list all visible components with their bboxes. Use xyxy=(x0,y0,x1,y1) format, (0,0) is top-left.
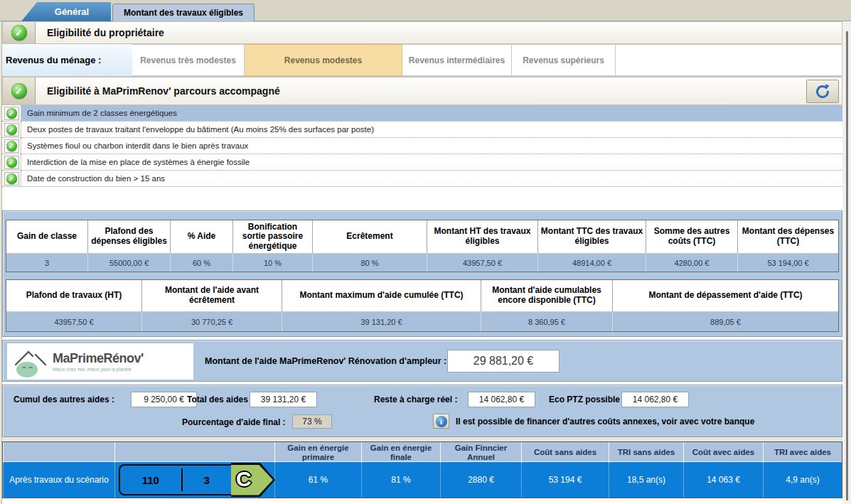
cell-bonification: 10 % xyxy=(232,254,312,272)
cell-cout-sans-aides: 53 194 € xyxy=(521,462,609,498)
cell-aide-cumulable-dispo: 8 360,95 € xyxy=(481,312,612,331)
criteria-text: Date de construction du bien > 15 ans xyxy=(21,171,842,186)
income-row-filler xyxy=(616,44,842,76)
income-label: Revenus du ménage : xyxy=(2,44,132,76)
pourcentage-aide-field: 73 % xyxy=(292,414,332,429)
criteria-list: Gain minimum de 2 classes énergétiques D… xyxy=(2,105,842,187)
criteria-text: Systèmes fioul ou charbon interdit dans … xyxy=(21,138,842,154)
total-aides-field[interactable]: 39 131,20 € xyxy=(250,392,317,407)
column-header: Montant d'aide cumulables encore disponi… xyxy=(481,280,612,311)
summary-panel: Cumul des autres aides : 9 250,00 € Tota… xyxy=(2,385,842,437)
cell-depassement-aide: 889,05 € xyxy=(612,312,838,331)
energy-class-label: 110 3 C xyxy=(119,463,275,497)
table-row[interactable]: 43957,50 € 30 770,25 € 39 131,20 € 8 360… xyxy=(6,311,838,331)
maprimerenov-logo: MaPrimeRénov' Mieux chez moi, mieux pour… xyxy=(7,343,193,380)
household-income-row: Revenus du ménage : Revenus très modeste… xyxy=(2,44,842,77)
scrollbar-thumb[interactable] xyxy=(846,31,848,500)
criteria-row[interactable]: Deux postes de travaux traitant l'envelo… xyxy=(2,122,842,138)
section-owner-eligibility: Eligibilité du propriétaire xyxy=(2,21,842,44)
check-icon xyxy=(11,83,27,99)
energy-primary-value: 110 xyxy=(120,474,181,486)
vertical-scrollbar[interactable] xyxy=(842,21,851,504)
parcours-section-title: Eligibilité à MaPrimRenov' parcours acco… xyxy=(47,77,280,104)
aide-amount-label: Montant de l'aide MaPrimeRenov' Rénovati… xyxy=(205,341,446,381)
criteria-row[interactable]: Gain minimum de 2 classes énergétiques xyxy=(2,105,842,122)
column-header: TRI sans aides xyxy=(609,442,683,463)
column-header: Montant de l'aide avant écrêtement xyxy=(141,280,282,311)
ecoptz-field[interactable]: 14 062,80 € xyxy=(621,392,689,407)
energy-ges-value: 3 xyxy=(183,474,231,486)
ecoptz-label: Eco PTZ possible : xyxy=(549,392,625,407)
info-icon: i xyxy=(436,416,447,427)
owner-section-title: Eligibilité du propriétaire xyxy=(47,22,164,43)
cell-cout-avec-aides: 14 063 € xyxy=(683,462,763,498)
table-row[interactable]: 3 55000,00 € 60 % 10 % 80 % 43957,50 € 4… xyxy=(6,253,838,272)
tab-general[interactable]: Général xyxy=(21,2,111,21)
cell-gain-energie-finale: 81 % xyxy=(361,462,440,498)
aide-amount-field[interactable]: 29 881,20 € xyxy=(447,350,560,372)
column-header: Montant des dépenses (TTC) xyxy=(737,220,838,253)
column-header: Coût avec aides xyxy=(683,442,763,463)
cell-somme-couts: 4280,00 € xyxy=(646,254,737,272)
energy-label-cell: 110 3 C xyxy=(114,462,274,498)
cell-ecretement: 80 % xyxy=(312,254,427,272)
criteria-text: Deux postes de travaux traitant l'envelo… xyxy=(21,122,842,137)
scenario-row[interactable]: Après travaux du scénario 110 3 C 61 % 8… xyxy=(3,462,842,498)
info-button[interactable]: i xyxy=(433,414,449,429)
scenario-header-row: Gain en énergie primaire Gain en énergie… xyxy=(3,442,842,462)
column-header: Gain Finncier Annuel xyxy=(440,442,521,463)
column-header: Bonification sortie passoire énergétique xyxy=(232,220,312,253)
cell-plafond-depenses: 55000,00 € xyxy=(87,254,170,272)
pourcentage-aide-label: Pourcentage d'aide final : xyxy=(182,414,286,430)
check-icon xyxy=(6,173,17,184)
criteria-text: Gain minimum de 2 classes énergétiques xyxy=(21,105,842,121)
section-parcours-eligibility: Eligibilité à MaPrimRenov' parcours acco… xyxy=(2,77,842,105)
income-option-superieurs[interactable]: Revenus supérieurs xyxy=(512,44,616,76)
energy-class-letter: C xyxy=(236,467,252,491)
check-icon xyxy=(6,108,17,119)
criteria-text: Interdiction de la mise en place de syst… xyxy=(21,154,842,170)
cell-plafond-travaux: 43957,50 € xyxy=(6,312,141,331)
column-header: Plafond des dépenses éligibles xyxy=(87,220,170,253)
check-icon xyxy=(6,157,17,168)
financing-note: Il est possible de financer d'autres coû… xyxy=(456,414,754,429)
check-icon xyxy=(6,141,17,151)
income-option-tres-modestes[interactable]: Revenus très modestes xyxy=(132,44,245,76)
tab-montant-travaux[interactable]: Montant des travaux éligibles xyxy=(112,4,255,21)
cell-gain-energie-primaire: 61 % xyxy=(274,462,361,498)
income-option-modestes-selected[interactable]: Revenus modestes xyxy=(245,44,402,76)
cell-tri-avec-aides: 4,9 an(s) xyxy=(763,462,842,498)
cell-montant-ht: 43957,50 € xyxy=(427,254,537,272)
cell-aide-max-cumulee: 39 131,20 € xyxy=(282,312,481,331)
column-header: Coût sans aides xyxy=(521,442,609,463)
column-header: % Aide xyxy=(170,220,232,253)
cell-aide-avant-ecretement: 30 770,25 € xyxy=(141,312,282,331)
column-header: TRI avec aides xyxy=(763,442,842,463)
refresh-button[interactable] xyxy=(806,80,839,103)
empty-header-cell xyxy=(3,442,114,463)
scenario-row-label: Après travaux du scénario xyxy=(3,462,114,498)
logo-tagline: Mieux chez moi, mieux pour la planète xyxy=(53,367,144,372)
owner-status-button[interactable] xyxy=(3,22,36,43)
check-icon xyxy=(6,124,17,135)
criteria-row[interactable]: Systèmes fioul ou charbon interdit dans … xyxy=(2,138,842,154)
scenario-results-table: Gain en énergie primaire Gain en énergie… xyxy=(2,441,842,498)
parcours-status-button[interactable] xyxy=(3,77,36,104)
amounts-panel: Gain de classe Plafond des dépenses élig… xyxy=(2,210,842,337)
cell-tri-sans-aides: 18,5 an(s) xyxy=(609,462,683,498)
income-option-intermediaires[interactable]: Revenus intermédiaires xyxy=(402,44,512,76)
column-header: Montant de dépassement d'aide (TTC) xyxy=(612,280,838,311)
criteria-row[interactable]: Date de construction du bien > 15 ans xyxy=(2,171,842,187)
eligible-works-table: Gain de classe Plafond des dépenses élig… xyxy=(6,220,839,272)
reste-charge-field[interactable]: 14 062,80 € xyxy=(468,392,535,407)
refresh-icon xyxy=(813,83,832,100)
cell-montant-depenses: 53 194,00 € xyxy=(737,254,838,272)
cell-gain-financier: 2880 € xyxy=(440,462,521,498)
aid-ceiling-table: Plafond de travaux (HT) Montant de l'aid… xyxy=(6,279,839,332)
cell-gain-classe: 3 xyxy=(6,254,87,272)
column-header: Montant HT des travaux éligibles xyxy=(427,220,537,253)
cumul-aides-label: Cumul des autres aides : xyxy=(14,392,114,407)
criteria-row[interactable]: Interdiction de la mise en place de syst… xyxy=(2,154,842,171)
table-header-row: Plafond de travaux (HT) Montant de l'aid… xyxy=(6,280,838,311)
column-header: Gain de classe xyxy=(6,220,87,253)
